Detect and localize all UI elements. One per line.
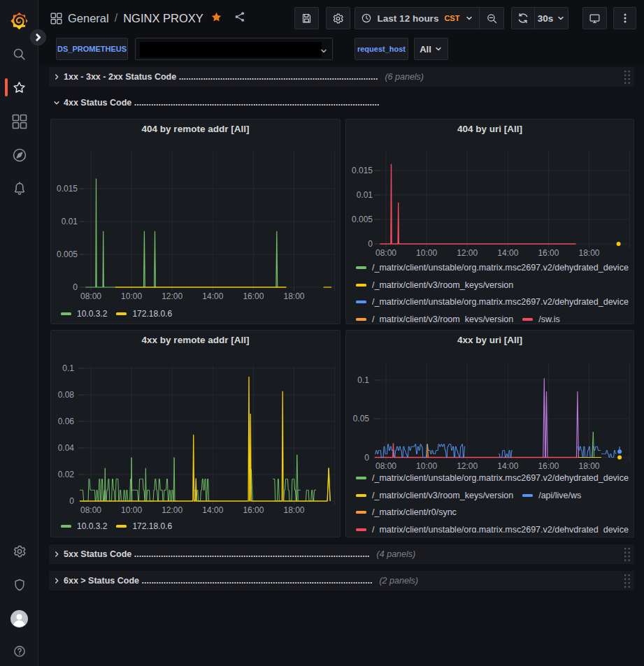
svg-text:08:00: 08:00 [375,248,396,258]
svg-text:08:00: 08:00 [80,291,101,301]
svg-text:0.02: 0.02 [58,470,75,479]
svg-text:12:00: 12:00 [457,248,478,258]
svg-text:10:00: 10:00 [121,291,142,301]
svg-text:0.005: 0.005 [352,215,373,224]
svg-text:0.1: 0.1 [62,363,74,373]
svg-text:10:00: 10:00 [416,248,437,258]
svg-text:10:00: 10:00 [121,505,142,515]
svg-text:12:00: 12:00 [162,505,183,515]
svg-text:0: 0 [73,282,78,292]
svg-text:14:00: 14:00 [202,291,223,301]
svg-text:0: 0 [364,453,369,463]
svg-text:0.06: 0.06 [58,417,75,426]
svg-text:0: 0 [368,239,373,249]
svg-text:0.005: 0.005 [57,249,78,259]
svg-text:12:00: 12:00 [162,291,183,301]
svg-text:0.015: 0.015 [352,166,373,175]
svg-text:0: 0 [69,496,74,506]
svg-text:16:00: 16:00 [243,505,264,515]
svg-text:0.05: 0.05 [353,414,370,424]
svg-text:0.08: 0.08 [58,390,75,400]
svg-text:18:00: 18:00 [283,291,304,301]
svg-text:18:00: 18:00 [578,248,599,258]
svg-text:08:00: 08:00 [80,505,101,515]
svg-text:14:00: 14:00 [202,505,223,515]
svg-text:0.015: 0.015 [57,184,78,194]
svg-text:16:00: 16:00 [538,248,559,258]
svg-text:18:00: 18:00 [283,505,304,515]
svg-text:0.01: 0.01 [62,217,78,226]
svg-text:0.01: 0.01 [357,190,373,200]
svg-text:0.04: 0.04 [58,443,75,453]
svg-text:14:00: 14:00 [497,248,518,258]
svg-text:16:00: 16:00 [243,291,264,301]
svg-text:0.1: 0.1 [357,375,369,385]
